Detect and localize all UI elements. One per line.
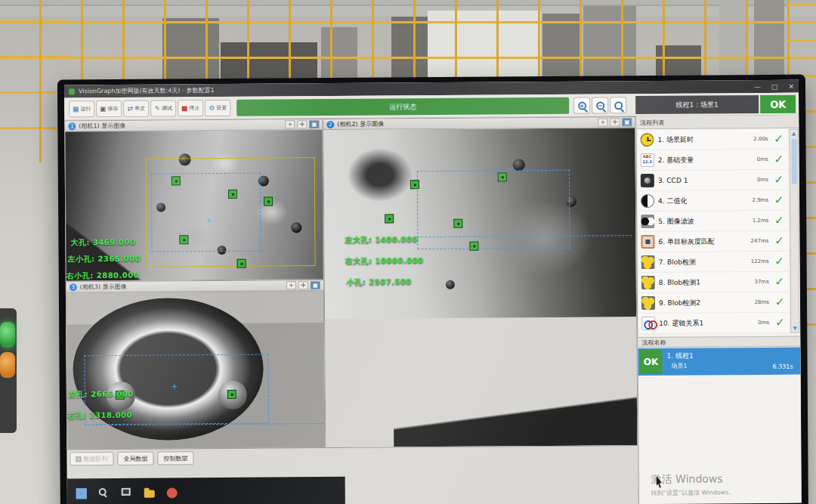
fit-icon[interactable]: +	[285, 120, 295, 128]
zoom-in-icon: +	[578, 101, 586, 110]
view2-title: (相机2) 显示图像	[337, 119, 384, 128]
save-button[interactable]: ▣ 保存	[96, 100, 122, 117]
result-thread-label: 1. 线程1	[666, 351, 693, 361]
move-icon[interactable]: ✛	[298, 281, 308, 289]
measurement-label: 左孔: 2666.000	[69, 389, 134, 400]
process-item[interactable]: 2. 基础变量 0ms ✓	[638, 150, 788, 171]
result-scene-label: 场景1	[672, 362, 688, 370]
fit-icon[interactable]: +	[286, 281, 296, 289]
scrollbar-thumb[interactable]	[791, 139, 796, 184]
maximize-button[interactable]: □	[771, 82, 778, 90]
camera3-image[interactable]: + ⌐ 左孔: 2666.000 右孔: 2318.000	[66, 291, 324, 449]
taskview-icon[interactable]	[122, 487, 131, 495]
factory-photo: VisionGraph加密网版(有效天数:4天) - 参数配置1 — □ ✕ ▦…	[0, 0, 816, 504]
move-icon[interactable]: ✛	[297, 120, 307, 128]
close-button[interactable]: ✕	[788, 82, 794, 90]
tab-control-data[interactable]: 控制数据	[157, 451, 193, 465]
zoom-fit-button[interactable]	[610, 97, 626, 113]
stack-light-green	[0, 322, 15, 348]
process-item[interactable]: 9. Blob检测2 28ms ✓	[639, 292, 789, 314]
process-list-header: 流程列表	[636, 116, 799, 130]
move-icon[interactable]: ✛	[610, 118, 620, 126]
detection-marker	[498, 172, 507, 181]
settings-icon: ⚙	[209, 105, 215, 112]
camera-capture-icon[interactable]: ▣	[622, 118, 632, 126]
process-item[interactable]: 5. 图像滤波 1.2ms ✓	[638, 211, 788, 232]
screen: VisionGraph加密网版(有效天数:4天) - 参数配置1 — □ ✕ ▦…	[64, 80, 802, 504]
measurement-label: 右孔: 2318.000	[67, 410, 132, 422]
scroll-down-icon[interactable]: ▼	[791, 326, 799, 332]
thread-header: 线程1 : 场景1	[635, 95, 759, 114]
result-row-selected[interactable]: OK 1. 线程1 场景1 6.331s	[638, 348, 800, 376]
binarize-icon	[641, 194, 654, 208]
camera-capture-icon[interactable]: ▣	[309, 120, 319, 128]
blob-icon	[641, 255, 655, 269]
settings-button[interactable]: ⚙ 设置	[205, 100, 230, 116]
check-icon: ✓	[771, 132, 785, 146]
camera1-image[interactable]: + 大孔: 3469.000 左小孔: 2365.000 右小孔: 2880.0…	[65, 130, 323, 280]
monitor: VisionGraph加密网版(有效天数:4天) - 参数配置1 — □ ✕ ▦…	[57, 75, 808, 504]
run-button[interactable]: ▦ 运行	[69, 100, 94, 117]
tab-global-data[interactable]: 全局数据	[117, 452, 153, 465]
result-time: 6.331s	[772, 363, 793, 370]
measurement-label: 右小孔: 2880.000	[66, 271, 140, 281]
roi-rectangle-blue	[417, 170, 570, 249]
zoom-out-button[interactable]: −	[592, 97, 608, 113]
scroll-up-icon[interactable]: ▲	[790, 131, 797, 137]
match-icon	[641, 235, 654, 249]
scrollbar[interactable]: ▲ ▼	[789, 129, 799, 333]
process-item[interactable]: 8. Blob检测1 37ms ✓	[639, 272, 789, 293]
single-run-icon: ⇄	[127, 105, 133, 112]
logic-icon	[641, 317, 655, 330]
camera-view-1: 1 (相机1) 显示图像 + ✛ ▣	[64, 119, 323, 281]
blob-icon	[641, 296, 655, 310]
check-icon: ✓	[772, 173, 786, 187]
stop-icon: ■	[181, 105, 188, 112]
minimize-button[interactable]: —	[754, 82, 761, 90]
measurement-label: 右大孔: 10000.000	[345, 255, 424, 267]
detection-marker	[453, 219, 462, 228]
start-icon[interactable]	[76, 488, 87, 499]
process-item[interactable]: 4. 二值化 2.9ms ✓	[638, 190, 788, 212]
windows-activation-watermark: 激活 Windows 转到“设置”以激活 Windows。	[651, 472, 735, 497]
camera-capture-icon[interactable]: ▣	[311, 281, 320, 289]
app-icon	[69, 88, 75, 94]
zoom-in-button[interactable]: +	[573, 97, 590, 114]
detection-marker	[179, 235, 188, 244]
process-panel: 流程列表 1. 场景延时 2.00s ✓ 2. 基础变量 0ms ✓ 3. CC…	[635, 116, 802, 504]
measurement-label: 小孔: 2507.500	[347, 277, 412, 288]
search-icon[interactable]	[99, 488, 107, 496]
detection-marker	[264, 196, 273, 206]
detection-marker	[237, 259, 246, 268]
status-badge: OK	[639, 350, 662, 374]
variable-icon	[641, 153, 654, 167]
fit-icon[interactable]: +	[598, 118, 607, 126]
process-item[interactable]: 3. CCD 1 0ms ✓	[638, 170, 788, 191]
process-item[interactable]: 7. Blob检测 122ms ✓	[639, 252, 789, 273]
check-icon: ✓	[773, 275, 787, 289]
process-item[interactable]: 10. 逻辑关系1 0ms ✓	[639, 313, 789, 334]
media-app-icon[interactable]	[167, 487, 178, 498]
stack-light-orange	[0, 352, 15, 378]
detection-marker	[385, 214, 394, 223]
detection-marker	[172, 176, 181, 185]
crosshair-icon: +	[172, 382, 178, 390]
camera2-image[interactable]: 左大孔: 1400.000 右大孔: 10000.000 小孔: 2507.50…	[323, 128, 637, 447]
detection-marker	[410, 180, 419, 189]
blob-icon	[641, 276, 655, 289]
view1-number-badge: 1	[68, 122, 76, 130]
window-title: VisionGraph加密网版(有效天数:4天) - 参数配置1	[79, 86, 215, 95]
process-item[interactable]: 6. 单目标灰度匹配 247ms ✓	[638, 231, 788, 252]
debug-icon: ✎	[154, 105, 160, 112]
ok-status-button[interactable]: OK	[760, 95, 796, 113]
process-item[interactable]: 1. 场景延时 2.00s ✓	[638, 129, 787, 150]
tab-data-queue[interactable]: 数据队列	[70, 452, 113, 465]
check-icon: ✓	[772, 193, 786, 207]
debug-button[interactable]: ✎ 调试	[150, 100, 176, 116]
detection-marker	[469, 242, 478, 251]
detection-marker	[227, 390, 236, 399]
single-run-button[interactable]: ⇄ 单次	[123, 100, 149, 117]
stop-button[interactable]: ■ 停止	[178, 100, 203, 116]
explorer-icon[interactable]	[144, 490, 155, 497]
zoom-fit-icon	[614, 101, 623, 110]
